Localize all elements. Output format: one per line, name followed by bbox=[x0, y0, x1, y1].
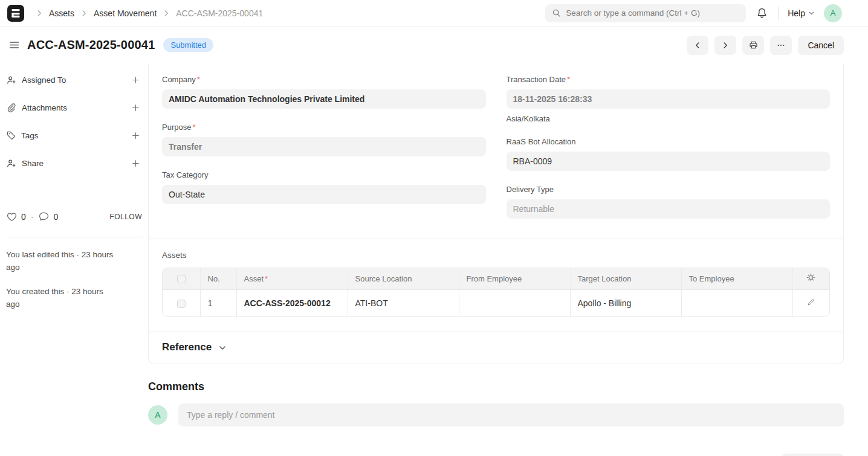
chevron-right-icon bbox=[80, 9, 88, 18]
created-note: You created this · 23 hours ago bbox=[6, 286, 114, 311]
chevron-right-icon bbox=[35, 9, 44, 18]
chevron-down-icon bbox=[808, 10, 815, 16]
breadcrumb: Assets Asset Movement ACC-ASM-2025-00041 bbox=[35, 8, 263, 18]
tax-category-input[interactable]: Out-State bbox=[162, 185, 486, 204]
sidebar-item-label: Tags bbox=[21, 131, 39, 140]
cell-source-location[interactable]: ATI-BOT bbox=[348, 289, 459, 316]
plus-icon bbox=[131, 159, 140, 168]
navbar-right: Help A bbox=[545, 4, 842, 22]
comment-input-row: A bbox=[148, 403, 844, 426]
timezone-help-text: Asia/Kolkata bbox=[507, 114, 831, 123]
ellipsis-icon bbox=[776, 40, 786, 50]
title-actions: Cancel bbox=[687, 36, 844, 55]
edit-row-pencil-icon[interactable] bbox=[806, 298, 815, 307]
cell-row-number: 1 bbox=[200, 289, 236, 316]
user-avatar[interactable]: A bbox=[824, 4, 842, 22]
required-marker: * bbox=[192, 123, 195, 132]
comments-heading: Comments bbox=[148, 381, 844, 393]
cancel-button[interactable]: Cancel bbox=[798, 36, 844, 55]
plus-icon bbox=[131, 75, 140, 85]
notifications-bell-icon[interactable] bbox=[755, 6, 769, 20]
tax-category-label: Tax Category bbox=[162, 170, 486, 179]
assets-grid: No. Asset* Source Location From Employee… bbox=[162, 268, 830, 317]
search-icon bbox=[552, 8, 561, 18]
like-heart-icon[interactable] bbox=[6, 211, 18, 222]
sidebar-toggle-icon[interactable] bbox=[7, 38, 21, 52]
purpose-input[interactable]: Transfer bbox=[162, 137, 486, 156]
comments-count: 0 bbox=[53, 212, 58, 222]
chevron-left-icon bbox=[693, 41, 702, 50]
form-card: Company* AMIDC Automation Technologies P… bbox=[148, 63, 844, 364]
next-document-button[interactable] bbox=[714, 36, 736, 55]
separator-dot: · bbox=[31, 212, 34, 222]
search-input[interactable] bbox=[566, 8, 739, 18]
sidebar-item-label: Attachments bbox=[22, 103, 67, 112]
plus-icon bbox=[131, 103, 140, 112]
cell-from-employee[interactable] bbox=[459, 289, 570, 316]
delivery-type-input[interactable]: Returnable bbox=[507, 199, 831, 219]
last-edited-note: You last edited this · 23 hours ago bbox=[6, 249, 114, 274]
raas-bot-allocation-label: RaaS Bot Allocation bbox=[507, 137, 831, 146]
more-actions-button[interactable] bbox=[770, 36, 792, 55]
chevron-right-icon bbox=[721, 41, 730, 50]
previous-document-button[interactable] bbox=[687, 36, 708, 55]
plus-icon bbox=[131, 131, 140, 140]
row-checkbox[interactable] bbox=[177, 300, 186, 308]
new-email-button[interactable]: + New Email bbox=[782, 454, 844, 456]
sidebar-item-tags[interactable]: Tags bbox=[6, 121, 142, 149]
select-all-checkbox[interactable] bbox=[177, 275, 186, 283]
asset-table-row[interactable]: 1 ACC-ASS-2025-00012 ATI-BOT Apollo - Bi… bbox=[163, 289, 829, 316]
transaction-date-label: Transaction Date* bbox=[507, 75, 831, 84]
print-button[interactable] bbox=[742, 36, 764, 55]
required-marker: * bbox=[567, 75, 570, 84]
help-menu[interactable]: Help bbox=[788, 8, 815, 18]
breadcrumb-assets[interactable]: Assets bbox=[49, 8, 74, 18]
likes-count: 0 bbox=[21, 212, 26, 222]
reference-section-toggle[interactable]: Reference bbox=[149, 332, 843, 364]
add-share-button[interactable] bbox=[129, 157, 142, 170]
sidebar-item-assigned-to[interactable]: Assigned To bbox=[6, 66, 142, 94]
cell-target-location[interactable]: Apollo - Billing bbox=[570, 289, 681, 316]
fields-left-column: Company* AMIDC Automation Technologies P… bbox=[162, 75, 486, 233]
cell-to-employee[interactable] bbox=[681, 289, 792, 316]
breadcrumb-asset-movement[interactable]: Asset Movement bbox=[94, 8, 157, 18]
assets-section: Assets No. Asset* bbox=[149, 239, 843, 332]
raas-bot-allocation-input[interactable]: RBA-0009 bbox=[507, 152, 831, 171]
add-tag-button[interactable] bbox=[129, 129, 142, 142]
add-attachment-button[interactable] bbox=[129, 101, 142, 114]
column-header-asset: Asset* bbox=[236, 268, 348, 289]
follow-button[interactable]: FOLLOW bbox=[109, 213, 142, 221]
chevron-down-icon bbox=[218, 344, 227, 352]
sidebar-item-attachments[interactable]: Attachments bbox=[6, 94, 142, 121]
transaction-date-field: Transaction Date* 18-11-2025 16:28:33 As… bbox=[507, 75, 831, 123]
column-header-no: No. bbox=[200, 268, 236, 289]
company-label: Company* bbox=[162, 75, 486, 84]
app-logo[interactable] bbox=[7, 5, 24, 22]
sidebar-item-label: Assigned To bbox=[22, 75, 66, 85]
delivery-type-label: Delivery Type bbox=[507, 185, 831, 194]
assets-section-label: Assets bbox=[162, 251, 830, 260]
grid-settings-gear-icon[interactable] bbox=[806, 273, 815, 282]
user-plus-icon bbox=[6, 158, 16, 169]
page-title: ACC-ASM-2025-00041 bbox=[27, 38, 155, 52]
form-main: Company* AMIDC Automation Technologies P… bbox=[148, 63, 868, 456]
add-assignment-button[interactable] bbox=[129, 74, 142, 86]
paperclip-icon bbox=[6, 103, 16, 113]
sidebar-item-share[interactable]: Share bbox=[6, 149, 142, 177]
column-header-from-employee: From Employee bbox=[459, 268, 570, 289]
comment-input[interactable] bbox=[178, 403, 844, 426]
user-plus-icon bbox=[6, 75, 16, 85]
tag-icon bbox=[6, 130, 16, 140]
reactions-row: 0 · 0 FOLLOW bbox=[6, 211, 142, 222]
cell-asset[interactable]: ACC-ASS-2025-00012 bbox=[236, 289, 348, 316]
avatar: A bbox=[148, 405, 167, 425]
sidebar-item-label: Share bbox=[22, 159, 44, 168]
reference-section-title: Reference bbox=[162, 341, 212, 353]
comment-bubble-icon[interactable] bbox=[38, 211, 50, 222]
transaction-date-input[interactable]: 18-11-2025 16:28:33 bbox=[507, 89, 831, 109]
delivery-type-field: Delivery Type Returnable bbox=[507, 185, 831, 219]
required-marker: * bbox=[265, 274, 268, 283]
global-search[interactable] bbox=[545, 4, 746, 22]
company-input[interactable]: AMIDC Automation Technologies Private Li… bbox=[162, 89, 486, 109]
breadcrumb-current-doc: ACC-ASM-2025-00041 bbox=[176, 8, 263, 18]
